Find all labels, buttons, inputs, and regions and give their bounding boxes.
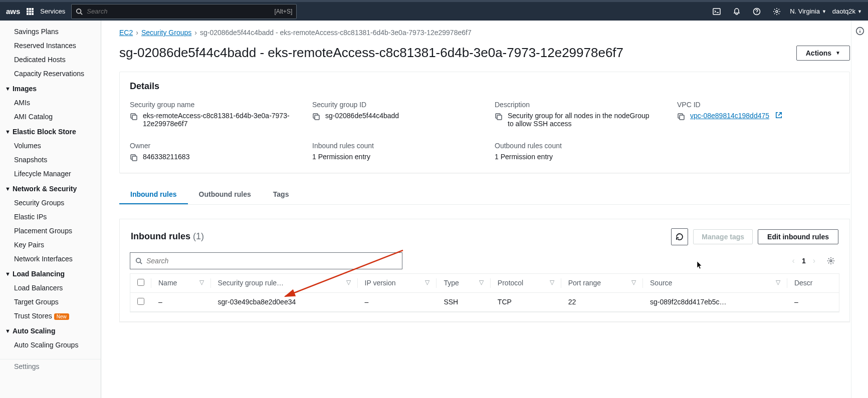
actions-button[interactable]: Actions▼ — [796, 46, 850, 61]
sidebar-item-key-pairs[interactable]: Key Pairs — [0, 238, 101, 252]
services-grid-icon[interactable] — [26, 8, 34, 16]
svg-rect-8 — [32, 13, 34, 15]
account-menu[interactable]: daotq2k▼ — [832, 8, 862, 15]
sidebar-item-snapshots[interactable]: Snapshots — [0, 153, 101, 167]
col-sgr[interactable]: Security group rule…▽ — [211, 274, 358, 293]
prev-page-button: ‹ — [792, 256, 795, 265]
global-search[interactable]: [Alt+S] — [71, 4, 297, 19]
page-title: sg-02086de5f44c4badd - eks-remoteAccess-… — [119, 45, 623, 62]
search-icon — [76, 8, 83, 15]
copy-icon[interactable] — [130, 154, 138, 162]
region-selector[interactable]: N. Virginia▼ — [790, 8, 826, 15]
sidebar-item-amis[interactable]: AMIs — [0, 96, 101, 110]
sg-id-value: sg-02086de5f44c4badd — [325, 112, 399, 120]
col-desc[interactable]: Descr — [787, 274, 839, 293]
outbound-count-label: Outbound rules count — [495, 142, 657, 150]
sidebar-item-elastic-ips[interactable]: Elastic IPs — [0, 210, 101, 224]
col-proto[interactable]: Protocol▽ — [491, 274, 561, 293]
sidebar-item-volumes[interactable]: Volumes — [0, 139, 101, 153]
details-heading: Details — [130, 81, 839, 92]
breadcrumb-security-groups[interactable]: Security Groups — [141, 29, 191, 37]
cloudshell-icon[interactable] — [710, 5, 724, 19]
tab-outbound-rules[interactable]: Outbound rules — [188, 185, 262, 204]
sidebar-item-target-groups[interactable]: Target Groups — [0, 295, 101, 309]
sg-id-label: Security group ID — [312, 101, 475, 109]
svg-rect-0 — [27, 8, 29, 10]
notifications-icon[interactable] — [730, 5, 744, 19]
manage-tags-button: Manage tags — [693, 229, 753, 244]
sidebar-item-settings[interactable]: Settings — [0, 359, 101, 373]
rules-search[interactable] — [130, 252, 402, 269]
chevron-right-icon: › — [136, 29, 138, 37]
help-icon[interactable] — [750, 5, 764, 19]
svg-rect-3 — [27, 11, 29, 13]
cell-proto: TCP — [491, 292, 561, 311]
ec2-sidebar: Savings Plans Reserved Instances Dedicat… — [0, 21, 101, 398]
svg-rect-5 — [32, 11, 34, 13]
inbound-rules-table: Name▽ Security group rule…▽ IP version▽ … — [130, 274, 839, 312]
svg-rect-2 — [32, 8, 34, 10]
cell-ipv: – — [358, 292, 437, 311]
vpc-link[interactable]: vpc-08e89814c198dd475 — [690, 112, 769, 120]
sidebar-item-load-balancers[interactable]: Load Balancers — [0, 281, 101, 295]
col-name[interactable]: Name▽ — [151, 274, 211, 293]
next-page-button: › — [813, 256, 815, 265]
settings-icon[interactable] — [770, 5, 784, 19]
col-ipv[interactable]: IP version▽ — [358, 274, 437, 293]
sidebar-item-lifecycle-manager[interactable]: Lifecycle Manager — [0, 167, 101, 181]
sidebar-item-security-groups[interactable]: Security Groups — [0, 196, 101, 210]
table-settings-button[interactable] — [822, 252, 839, 269]
edit-inbound-rules-button[interactable]: Edit inbound rules — [758, 229, 838, 244]
sidebar-group-load-balancing[interactable]: ▼Load Balancing — [0, 266, 101, 281]
sidebar-item-ami-catalog[interactable]: AMI Catalog — [0, 110, 101, 124]
sidebar-item-reserved-instances[interactable]: Reserved Instances — [0, 39, 101, 53]
copy-icon[interactable] — [130, 113, 138, 121]
copy-icon[interactable] — [495, 113, 503, 121]
cell-port: 22 — [561, 292, 643, 311]
search-shortcut-hint: [Alt+S] — [275, 8, 293, 15]
svg-point-13 — [776, 11, 778, 13]
services-menu[interactable]: Services — [40, 8, 65, 15]
cell-source: sg-089f2c8dd417eb5c… — [643, 292, 787, 311]
sidebar-item-trust-stores[interactable]: Trust StoresNew — [0, 309, 101, 323]
rules-search-input[interactable] — [146, 257, 397, 265]
col-source[interactable]: Source▽ — [643, 274, 787, 293]
sidebar-group-auto-scaling[interactable]: ▼Auto Scaling — [0, 323, 101, 338]
refresh-button[interactable] — [671, 228, 688, 245]
svg-rect-7 — [29, 13, 31, 15]
col-port[interactable]: Port range▽ — [561, 274, 643, 293]
sidebar-item-asg[interactable]: Auto Scaling Groups — [0, 338, 101, 352]
breadcrumb-current: sg-02086de5f44c4badd - eks-remoteAccess-… — [200, 29, 472, 37]
sidebar-group-network-security[interactable]: ▼Network & Security — [0, 181, 101, 196]
copy-icon[interactable] — [312, 113, 320, 121]
sidebar-item-placement-groups[interactable]: Placement Groups — [0, 224, 101, 238]
details-panel: Details Security group name eks-remoteAc… — [119, 72, 850, 173]
breadcrumb-ec2[interactable]: EC2 — [119, 29, 133, 37]
new-badge: New — [54, 313, 69, 320]
sidebar-item-dedicated-hosts[interactable]: Dedicated Hosts — [0, 53, 101, 67]
svg-rect-17 — [497, 115, 502, 120]
breadcrumb: EC2 › Security Groups › sg-02086de5f44c4… — [119, 29, 850, 37]
sidebar-group-images[interactable]: ▼Images — [0, 81, 101, 96]
col-type[interactable]: Type▽ — [437, 274, 490, 293]
select-all-checkbox[interactable] — [137, 279, 144, 286]
sidebar-item-savings-plans[interactable]: Savings Plans — [0, 25, 101, 39]
chevron-right-icon: › — [194, 29, 197, 37]
aws-logo[interactable]: aws — [6, 7, 20, 16]
tab-tags[interactable]: Tags — [262, 185, 300, 204]
svg-line-10 — [81, 13, 83, 15]
sidebar-item-capacity-reservations[interactable]: Capacity Reservations — [0, 67, 101, 81]
svg-rect-16 — [315, 115, 319, 120]
sidebar-group-ebs[interactable]: ▼Elastic Block Store — [0, 124, 101, 139]
svg-line-21 — [140, 262, 142, 264]
global-search-input[interactable] — [87, 8, 270, 15]
svg-rect-19 — [132, 156, 137, 161]
table-row[interactable]: – sgr-03e49cba8e2d0ee34 – SSH TCP 22 sg-… — [130, 292, 839, 311]
inbound-rules-panel: Inbound rules (1) Manage tags Edit inbou… — [119, 219, 850, 322]
row-checkbox[interactable] — [137, 298, 144, 305]
sidebar-item-network-interfaces[interactable]: Network Interfaces — [0, 252, 101, 266]
copy-icon[interactable] — [677, 113, 685, 121]
info-panel-toggle-icon[interactable] — [851, 27, 868, 36]
main-content: EC2 › Security Groups › sg-02086de5f44c4… — [101, 21, 868, 398]
tab-inbound-rules[interactable]: Inbound rules — [119, 185, 188, 204]
